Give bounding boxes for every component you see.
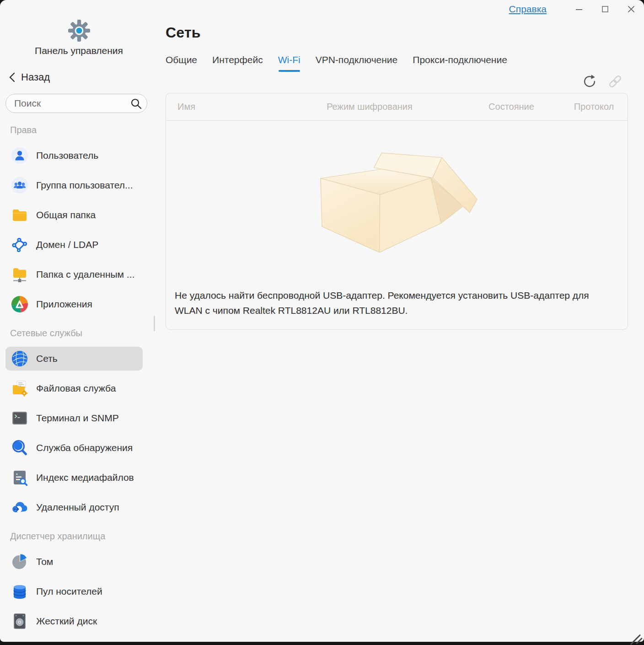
search-icon [130, 97, 142, 109]
domain-ldap-icon [11, 236, 28, 253]
volume-icon [11, 554, 28, 570]
applications-icon [11, 296, 28, 312]
sidebar-item-user-group[interactable]: Группа пользовател... [5, 173, 143, 197]
discovery-icon [11, 440, 28, 456]
sidebar-item-applications[interactable]: Приложения [5, 292, 143, 316]
sidebar-item-storage-pool[interactable]: Пул носителей [5, 580, 143, 603]
sidebar-item-label: Файловая служба [36, 383, 116, 394]
sidebar-item-remote-folder[interactable]: Папка с удаленным ... [5, 263, 143, 286]
search-input[interactable] [5, 94, 147, 113]
gear-icon [68, 19, 91, 42]
sidebar-item-domain-ldap[interactable]: Домен / LDAP [5, 233, 143, 257]
sidebar-item-media-index[interactable]: Индекс медиафайлов [5, 466, 143, 489]
section-title-network-services: Сетевые службы [10, 328, 158, 339]
hard-disk-icon [11, 613, 28, 629]
sidebar-item-shared-folder[interactable]: Общая папка [5, 203, 143, 227]
sidebar-item-label: Домен / LDAP [36, 239, 98, 250]
tab-interface[interactable]: Интерфейс [212, 54, 263, 72]
table-header-row: Имя Режим шифрования Состояние Протокол [166, 93, 628, 120]
titlebar: Справка [509, 4, 637, 15]
minimize-icon[interactable] [574, 4, 585, 15]
media-index-icon [11, 469, 28, 486]
sidebar-item-label: Пользователь [36, 150, 98, 161]
tab-bar: Общие Интерфейс Wi-Fi VPN-подключение Пр… [166, 54, 628, 72]
sidebar-item-user[interactable]: Пользователь [5, 144, 143, 167]
sidebar-scrollbar[interactable] [154, 316, 155, 331]
help-link[interactable]: Справка [509, 4, 547, 15]
remote-folder-icon [11, 266, 28, 283]
section-title-rights: Права [10, 125, 158, 135]
sidebar-item-label: Приложения [36, 299, 92, 310]
sidebar-item-network[interactable]: Сеть [5, 347, 143, 371]
sidebar-item-label: Группа пользовател... [36, 180, 133, 191]
back-label: Назад [21, 71, 50, 83]
sidebar-item-label: Сеть [36, 353, 58, 364]
sidebar-nav: Права Пользователь Группа пользовател... [0, 125, 158, 633]
column-header-encryption: Режим шифрования [280, 102, 459, 112]
chevron-left-icon [8, 72, 17, 83]
empty-state: Не удалось найти беспроводной USB-адапте… [166, 121, 628, 329]
sidebar-item-label: Папка с удаленным ... [36, 269, 134, 280]
sidebar-item-label: Том [36, 556, 53, 567]
maximize-icon[interactable] [600, 4, 611, 15]
remote-access-icon [11, 499, 28, 516]
toolbar [166, 73, 628, 90]
empty-state-message: Не удалось найти беспроводной USB-адапте… [166, 288, 619, 329]
sidebar-item-label: Общая папка [36, 210, 96, 220]
tab-wifi[interactable]: Wi-Fi [278, 54, 301, 72]
page-title: Сеть [166, 24, 628, 41]
control-panel-header: Панель управления [0, 0, 158, 56]
app-title: Панель управления [0, 45, 158, 56]
sidebar-item-remote-access[interactable]: Удаленный доступ [5, 495, 143, 519]
sidebar-item-volume[interactable]: Том [5, 550, 143, 574]
wifi-table-panel: Имя Режим шифрования Состояние Протокол [166, 93, 628, 330]
sidebar-item-label: Терминал и SNMP [36, 413, 119, 424]
sidebar-item-label: Пул носителей [36, 586, 102, 597]
close-icon[interactable] [626, 4, 637, 15]
column-header-protocol: Протокол [564, 102, 628, 112]
empty-box-illustration [309, 145, 485, 258]
tab-vpn[interactable]: VPN-подключение [316, 54, 398, 72]
sidebar-item-terminal-snmp[interactable]: Терминал и SNMP [5, 406, 143, 430]
sidebar: Панель управления Назад Права Пользовате… [0, 0, 158, 642]
file-service-icon [11, 380, 28, 397]
sidebar-item-label: Жесткий диск [36, 616, 97, 627]
tab-proxy[interactable]: Прокси-подключение [413, 54, 507, 72]
sidebar-item-discovery-service[interactable]: Служба обнаружения [5, 436, 143, 460]
user-icon [11, 147, 28, 164]
tab-general[interactable]: Общие [166, 54, 197, 72]
sidebar-item-hard-disk[interactable]: Жесткий диск [5, 609, 143, 633]
shared-folder-icon [11, 207, 28, 223]
sidebar-item-label: Индекс медиафайлов [36, 472, 134, 483]
network-globe-icon [11, 350, 28, 367]
back-button[interactable]: Назад [8, 71, 158, 83]
control-panel-window: Справка [0, 0, 644, 642]
sidebar-item-label: Служба обнаружения [36, 442, 133, 453]
column-header-state: Состояние [459, 102, 564, 112]
main-content: Сеть Общие Интерфейс Wi-Fi VPN-подключен… [166, 0, 628, 330]
section-title-storage-manager: Диспетчер хранилища [10, 531, 158, 542]
storage-pool-icon [11, 583, 28, 600]
sidebar-item-file-service[interactable]: Файловая служба [5, 376, 143, 400]
refresh-icon[interactable] [581, 73, 598, 90]
terminal-icon [11, 410, 28, 426]
sidebar-item-label: Удаленный доступ [36, 502, 119, 513]
search-box [5, 94, 148, 113]
resize-grip[interactable] [627, 633, 642, 645]
user-group-icon [11, 177, 28, 194]
link-icon[interactable] [607, 73, 623, 90]
column-header-name: Имя [166, 102, 280, 112]
